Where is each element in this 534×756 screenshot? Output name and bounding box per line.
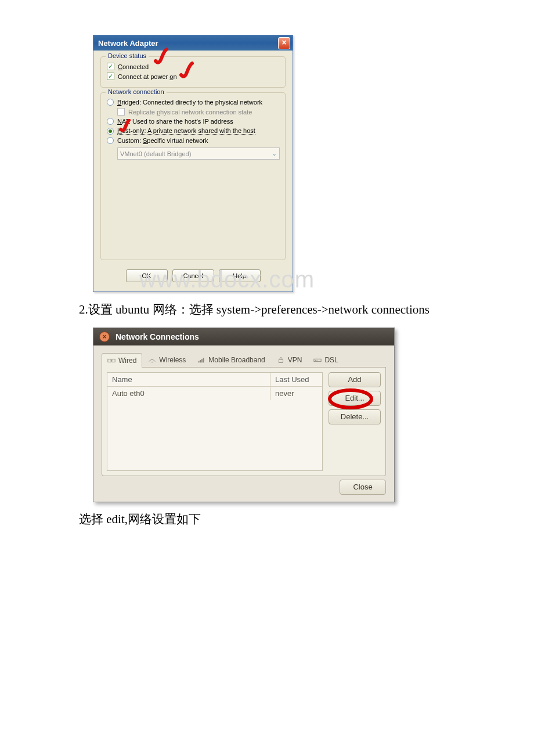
instruction-text-1: 2.设置 ubuntu 网络：选择 system->preferences->n… <box>35 301 499 319</box>
hostonly-radio[interactable]: Host-only: A private network shared with… <box>107 126 279 136</box>
col-name: Name <box>107 373 270 386</box>
close-button[interactable]: Close <box>340 480 386 495</box>
delete-button[interactable]: Delete... <box>329 409 381 424</box>
network-connection-group: Network connection Bridged: Connected di… <box>100 92 286 260</box>
button-column: Add Edit... Delete... <box>329 372 381 471</box>
wireless-icon <box>148 357 156 363</box>
cell-name: Auto eth0 <box>107 387 270 400</box>
chevron-down-icon: ⌄ <box>272 150 277 157</box>
svg-point-9 <box>315 359 316 360</box>
network-connections-dialog: × Network Connections Wired Wireless Mob… <box>93 327 395 502</box>
tab-label: VPN <box>288 356 302 364</box>
vmnet-combo: VMnet0 (default Bridged) ⌄ <box>117 147 280 160</box>
tab-dsl[interactable]: DSL <box>308 352 344 367</box>
list-item[interactable]: Auto eth0 never <box>107 387 322 400</box>
combo-value: VMnet0 (default Bridged) <box>120 150 191 157</box>
network-connection-legend: Network connection <box>106 88 167 95</box>
poweron-checkbox-row[interactable]: ✓ Connect at power on <box>107 71 279 81</box>
svg-rect-7 <box>279 359 283 362</box>
tab-panel: Name Last Used Auto eth0 never Add Edit.… <box>102 368 386 476</box>
svg-rect-8 <box>314 359 321 361</box>
svg-rect-0 <box>108 359 111 362</box>
lock-icon <box>277 357 285 363</box>
mobile-icon <box>197 357 205 363</box>
connected-label: Connected <box>118 63 149 70</box>
watermark-text: www.bdocx.com <box>139 267 499 293</box>
dialog-titlebar: × Network Connections <box>93 328 394 345</box>
nat-label: NAT: Used to share the host's IP address <box>117 118 233 125</box>
hostonly-label: Host-only: A private network shared with… <box>117 127 255 135</box>
bridged-label: Bridged: Connected directly to the physi… <box>117 99 262 106</box>
checkbox-checked-icon: ✓ <box>107 73 114 80</box>
tab-label: Wired <box>118 357 136 365</box>
cell-last-used: never <box>270 387 322 400</box>
tab-label: Mobile Broadband <box>208 356 265 364</box>
svg-rect-5 <box>201 359 203 362</box>
checkbox-checked-icon: ✓ <box>107 63 114 70</box>
svg-rect-1 <box>112 359 115 362</box>
replicate-label: Replicate physical network connection st… <box>128 109 252 116</box>
col-last-used: Last Used <box>270 373 322 386</box>
close-icon[interactable]: × <box>99 332 110 342</box>
svg-rect-3 <box>199 361 200 362</box>
bridged-radio[interactable]: Bridged: Connected directly to the physi… <box>107 98 279 107</box>
radio-icon <box>107 137 114 144</box>
svg-rect-4 <box>200 360 201 362</box>
dsl-icon <box>313 357 322 363</box>
tab-wired[interactable]: Wired <box>102 353 142 368</box>
custom-label: Custom: Specific virtual network <box>117 137 208 144</box>
network-adapter-dialog: Network Adapter × Device status ✓ Connec… <box>93 35 293 292</box>
custom-radio[interactable]: Custom: Specific virtual network <box>107 136 279 145</box>
edit-button[interactable]: Edit... <box>329 391 381 406</box>
dialog-titlebar: Network Adapter × <box>93 35 293 51</box>
connected-checkbox-row[interactable]: ✓ Connected <box>107 62 279 71</box>
checkbox-icon: ✓ <box>117 108 125 116</box>
dialog-title: Network Adapter <box>98 39 158 48</box>
dialog-title: Network Connections <box>116 332 199 341</box>
radio-icon <box>107 99 114 106</box>
tab-wireless[interactable]: Wireless <box>142 352 192 367</box>
dialog-footer: Close <box>102 476 386 495</box>
instruction-text-2: 选择 edit,网络设置如下 <box>35 510 499 529</box>
tab-bar: Wired Wireless Mobile Broadband VPN DSL <box>102 352 386 368</box>
replicate-checkbox: ✓ Replicate physical network connection … <box>117 107 279 117</box>
svg-point-10 <box>317 359 317 360</box>
wired-icon <box>107 357 116 364</box>
device-status-group: Device status ✓ Connected ✓ Connect at p… <box>100 56 286 88</box>
list-header: Name Last Used <box>107 373 322 387</box>
connection-list[interactable]: Name Last Used Auto eth0 never <box>107 372 323 471</box>
tab-mobile[interactable]: Mobile Broadband <box>192 352 270 367</box>
tab-vpn[interactable]: VPN <box>271 352 308 367</box>
radio-icon <box>107 118 114 125</box>
radio-selected-icon <box>107 128 114 135</box>
svg-point-2 <box>151 361 153 362</box>
tab-label: Wireless <box>159 356 186 364</box>
nat-radio[interactable]: NAT: Used to share the host's IP address <box>107 117 279 126</box>
tab-label: DSL <box>324 356 338 364</box>
poweron-label: Connect at power on <box>118 73 177 80</box>
svg-rect-6 <box>203 358 204 362</box>
device-status-legend: Device status <box>106 52 149 59</box>
add-button[interactable]: Add <box>329 372 381 387</box>
close-icon[interactable]: × <box>278 37 290 49</box>
